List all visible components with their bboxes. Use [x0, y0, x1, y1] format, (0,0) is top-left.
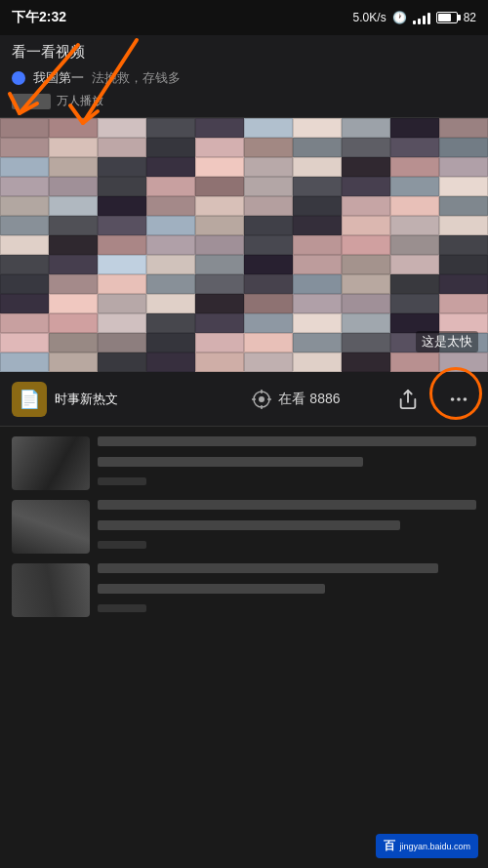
mosaic-cell [439, 235, 488, 255]
top-section: 看一看视频 我国第一 法挽救，存钱多 万人播放 [0, 35, 488, 118]
more-button[interactable] [441, 382, 476, 417]
mosaic-cell [195, 157, 244, 177]
mosaic-cell [390, 138, 439, 157]
watching-count: 在看 8886 [278, 391, 340, 408]
baidu-logo: 百 [384, 838, 395, 854]
mosaic-cell [49, 274, 98, 294]
mosaic-cell [49, 235, 98, 255]
mosaic-cell [390, 216, 439, 235]
mosaic-cell [293, 333, 342, 352]
battery-pct: 82 [464, 11, 476, 24]
mosaic-cell [98, 157, 146, 177]
mosaic-cell [195, 196, 244, 216]
mosaic-cell [98, 274, 146, 294]
mosaic-cell [244, 157, 293, 177]
mosaic-cell [244, 177, 293, 196]
bar3 [423, 16, 426, 24]
content-title-3 [98, 563, 476, 599]
action-center: 在看 8886 [201, 389, 390, 410]
video-thumbnail-area[interactable]: 这是太快 [0, 118, 488, 372]
battery-indicator [436, 12, 458, 23]
mosaic-cell [0, 216, 49, 235]
video-item-row[interactable]: 我国第一 法挽救，存钱多 [12, 69, 476, 87]
mosaic-cell [390, 255, 439, 274]
mosaic-cell [195, 333, 244, 352]
video-subtitle: 法挽救，存钱多 [92, 69, 181, 87]
baidu-url: jingyan.baidu.com [399, 842, 470, 851]
mosaic-cell [342, 216, 390, 235]
mosaic-cell [98, 177, 146, 196]
mosaic-cell [342, 118, 390, 138]
mosaic-cell [0, 118, 49, 138]
mosaic-cell [195, 235, 244, 255]
watching-number: 8886 [309, 391, 340, 406]
mosaic-cell [98, 255, 146, 274]
mosaic-cell [244, 255, 293, 274]
action-right [390, 382, 476, 417]
watching-label: 在看 [278, 391, 305, 406]
mosaic-cell [146, 333, 195, 352]
mosaic-cell [390, 157, 439, 177]
mosaic-cell [146, 294, 195, 313]
bar1 [413, 21, 416, 24]
mosaic-cell [244, 196, 293, 216]
mosaic-cell [293, 294, 342, 313]
mosaic-cell [390, 118, 439, 138]
mosaic-cell [439, 255, 488, 274]
mosaic-cell [0, 333, 49, 352]
play-count-label: 万人播放 [57, 93, 103, 109]
mosaic-cell [195, 313, 244, 333]
mosaic-cell [342, 196, 390, 216]
mosaic-cell [390, 196, 439, 216]
svg-point-3 [259, 396, 264, 402]
mosaic-cell [98, 138, 146, 157]
mosaic-cell [342, 294, 390, 313]
mosaic-cell [342, 177, 390, 196]
mosaic-cell [390, 235, 439, 255]
thumb-mosaic-1 [12, 436, 90, 490]
mosaic-cell [244, 138, 293, 157]
mosaic-cell [98, 333, 146, 352]
mosaic-cell [49, 157, 98, 177]
channel-name: 时事新热文 [55, 391, 118, 408]
channel-icon: 📄 [12, 382, 47, 417]
content-title-1 [98, 436, 476, 472]
thumb-mosaic-2 [12, 500, 90, 554]
network-speed: 5.0K/s [353, 11, 386, 24]
mosaic-cell [293, 313, 342, 333]
content-row-2[interactable] [12, 500, 476, 554]
mosaic-cell [293, 118, 342, 138]
header-text: 看一看视频 [12, 43, 85, 60]
content-meta-2 [98, 539, 476, 551]
mosaic-cell [293, 177, 342, 196]
mosaic-cell [195, 294, 244, 313]
mosaic-cell [49, 177, 98, 196]
mosaic-cell [439, 177, 488, 196]
mosaic-cell [0, 313, 49, 333]
mosaic-cell [390, 274, 439, 294]
action-bar: 📄 时事新热文 在看 8886 [0, 372, 488, 427]
channel-icon-inner: 📄 [19, 389, 40, 410]
thumb-1 [12, 436, 90, 490]
mosaic-cell [195, 255, 244, 274]
mosaic-cell [98, 216, 146, 235]
mosaic-cell [293, 274, 342, 294]
content-row-3[interactable] [12, 563, 476, 617]
mosaic-cell [98, 352, 146, 372]
mosaic-cell [439, 138, 488, 157]
mosaic-cell [0, 352, 49, 372]
share-button[interactable] [390, 382, 426, 417]
watching-icon [251, 389, 272, 410]
mosaic-cell [439, 216, 488, 235]
content-info-3 [98, 563, 476, 617]
mosaic-cell [195, 352, 244, 372]
mosaic-cell [146, 177, 195, 196]
mosaic-cell [439, 294, 488, 313]
thumb-mosaic-3 [12, 563, 90, 617]
play-count-row: 万人播放 [12, 93, 476, 109]
content-row-1[interactable] [12, 436, 476, 490]
mosaic-cell [342, 313, 390, 333]
mosaic-cell [195, 118, 244, 138]
mosaic-cell [0, 274, 49, 294]
mosaic-cell [439, 274, 488, 294]
